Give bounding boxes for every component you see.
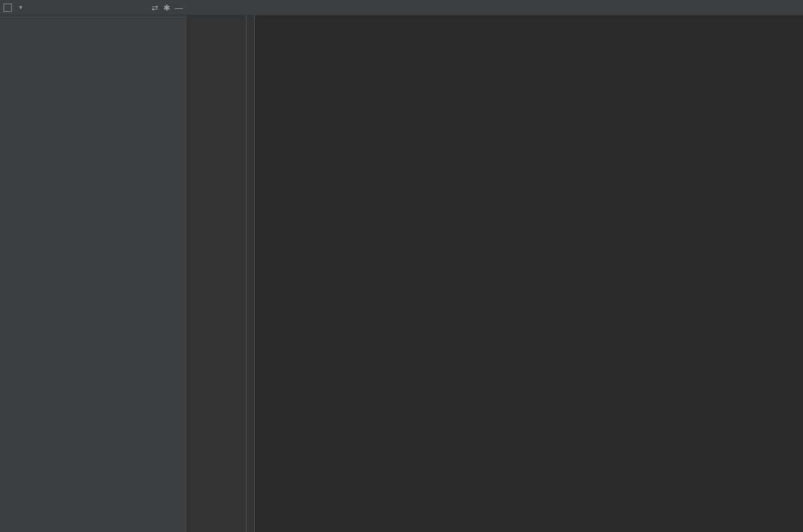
sidebar-header: ▼ ⇄ ✱ —: [0, 0, 187, 15]
fold-column[interactable]: [241, 15, 255, 532]
code-area[interactable]: [255, 15, 803, 532]
project-icon: [4, 4, 12, 12]
gear-icon[interactable]: ✱: [162, 3, 172, 12]
tabs-bar: [187, 0, 803, 15]
main: [0, 15, 803, 532]
project-tree[interactable]: [0, 15, 187, 532]
chevron-down-icon[interactable]: ▼: [18, 4, 24, 11]
top-bar: ▼ ⇄ ✱ —: [0, 0, 803, 15]
locate-icon[interactable]: ⇄: [150, 3, 160, 12]
minimize-icon[interactable]: —: [174, 3, 184, 12]
gutter: [187, 15, 241, 532]
fold-line: [246, 15, 246, 532]
